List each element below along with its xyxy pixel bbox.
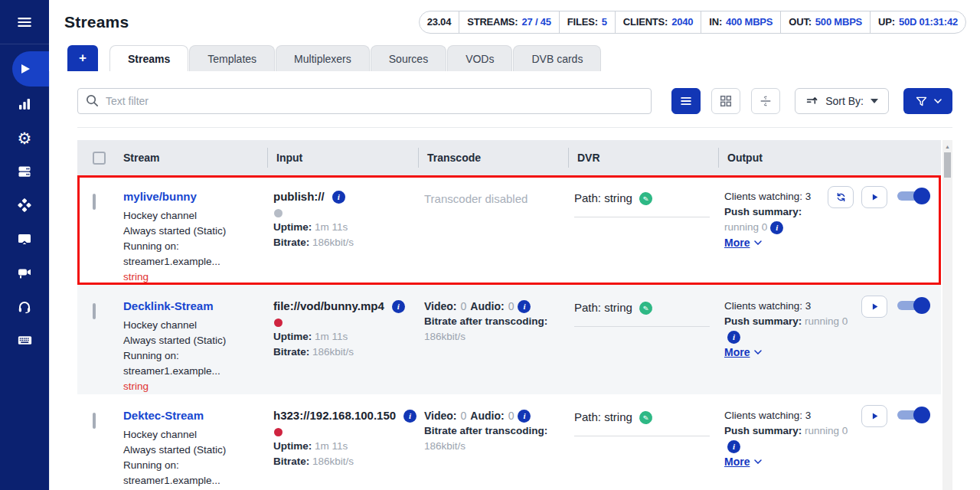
keyboard-icon: [17, 332, 33, 348]
dvr-path: Path: string: [574, 300, 632, 315]
tab-sources[interactable]: Sources: [371, 45, 446, 71]
sort-by-dropdown[interactable]: Sort By:: [795, 88, 889, 114]
transcode-info-icon[interactable]: i: [518, 410, 531, 423]
select-all-checkbox[interactable]: [93, 152, 106, 165]
tab-vods[interactable]: VODs: [447, 45, 512, 71]
stream-name-link[interactable]: Decklink-Stream: [123, 299, 214, 314]
push-summary-value: running 0: [805, 315, 848, 327]
dvr-divider: [574, 326, 710, 327]
list-view-button[interactable]: [671, 88, 701, 114]
sidebar-item-keyboard[interactable]: [0, 323, 49, 357]
row-checkbox[interactable]: [93, 303, 96, 319]
dvr-edit-icon[interactable]: ✎: [639, 191, 653, 205]
add-stream-button[interactable]: +: [67, 45, 98, 71]
stream-name-link[interactable]: mylive/bunny: [123, 189, 197, 204]
table-row: Dektec-Stream Hockey channel Always star…: [77, 394, 941, 490]
push-info-icon[interactable]: i: [727, 331, 740, 344]
scrollbar-thumb[interactable]: [944, 152, 951, 178]
tab-dvb-cards[interactable]: DVB cards: [513, 45, 601, 71]
play-icon: [870, 192, 880, 202]
sidebar-item-settings[interactable]: ⚙: [0, 121, 49, 155]
dvr-divider: [574, 217, 710, 217]
transcode-bitrate-label: Bitrate after transcoding:: [424, 314, 562, 329]
transcode-info-icon[interactable]: i: [518, 300, 531, 313]
input-url: publish://: [273, 189, 325, 204]
stream-cell: Dektec-Stream Hockey channel Always star…: [114, 394, 267, 490]
tab-streams[interactable]: Streams: [109, 45, 188, 71]
tab-templates[interactable]: Templates: [189, 45, 275, 71]
sidebar-item-statistics[interactable]: [0, 87, 49, 121]
stat-streams: STREAMS: 27 / 45: [459, 11, 559, 33]
more-link[interactable]: More: [724, 454, 762, 469]
server-icon: [17, 164, 32, 179]
input-info-icon[interactable]: i: [332, 191, 345, 204]
row-checkbox[interactable]: [93, 413, 96, 429]
sidebar-item-support[interactable]: [0, 289, 49, 323]
table-row: mylive/bunny Hockey channel Always start…: [77, 175, 941, 285]
stat-uptime: UP: 50D 01:31:42: [870, 11, 965, 33]
play-button[interactable]: [861, 405, 887, 427]
restart-button[interactable]: [828, 186, 854, 208]
stream-enabled-toggle[interactable]: [897, 186, 930, 206]
play-button[interactable]: [861, 186, 887, 208]
stream-description: Hockey channel: [123, 318, 261, 333]
sidebar-item-cluster[interactable]: [0, 188, 49, 222]
sidebar-item-streams[interactable]: [0, 51, 49, 87]
compact-view-button[interactable]: [751, 88, 780, 114]
input-url: h323://192.168.100.150: [273, 408, 396, 423]
hamburger-icon: [16, 14, 33, 31]
play-icon: [870, 411, 880, 421]
sidebar-item-cameras[interactable]: [0, 256, 49, 289]
scroll-up-arrow-icon[interactable]: ▲: [942, 140, 952, 149]
uptime-label: Uptime:: [273, 331, 312, 342]
input-info-icon[interactable]: i: [392, 300, 405, 313]
video-value: 0: [461, 299, 467, 314]
audio-label: Audio:: [470, 299, 504, 314]
push-summary-label: Push summary:: [724, 315, 802, 327]
display-icon: [17, 231, 32, 247]
dvr-edit-icon[interactable]: ✎: [639, 410, 653, 424]
streams-table: ▲ Stream Input Transcode DVR Output myli…: [77, 140, 952, 490]
stream-enabled-toggle[interactable]: [897, 296, 930, 315]
dvr-path: Path: string: [574, 410, 632, 425]
play-button[interactable]: [861, 296, 887, 318]
dvr-edit-icon[interactable]: ✎: [639, 300, 653, 315]
stat-files: FILES: 5: [559, 11, 615, 33]
stream-running-on: Running on: streamer1.example...: [123, 239, 261, 270]
sidebar-item-screens[interactable]: [0, 222, 49, 256]
stream-start-mode: Always started (Static): [123, 333, 261, 348]
bar-chart-icon: [17, 96, 32, 112]
push-info-icon[interactable]: i: [727, 440, 740, 453]
page-title: Streams: [64, 13, 129, 31]
tab-multiplexers[interactable]: Multiplexers: [276, 45, 370, 71]
sidebar-item-servers[interactable]: [0, 155, 49, 188]
grid-view-icon: [719, 94, 733, 108]
stream-name-link[interactable]: Dektec-Stream: [123, 408, 204, 423]
more-link[interactable]: More: [724, 235, 762, 250]
stream-tag: string: [123, 379, 261, 394]
more-chevron-icon: [754, 350, 762, 354]
table-scrollbar[interactable]: ▲: [942, 140, 952, 490]
text-filter-input[interactable]: [77, 88, 652, 114]
filter-button[interactable]: [903, 88, 952, 114]
audio-value: 0: [508, 408, 514, 423]
input-info-icon[interactable]: i: [403, 410, 416, 423]
bitrate-value: 186kbit/s: [312, 456, 354, 467]
stream-enabled-toggle[interactable]: [897, 405, 930, 425]
stat-in: IN: 400 MBPS: [701, 11, 780, 33]
content-panel: Sort By: ▲ Stream Input Transcode DVR: [49, 71, 980, 490]
play-icon: [17, 61, 32, 77]
column-header-output: Output: [718, 140, 941, 175]
top-bar: Streams 23.04 STREAMS: 27 / 45 FILES: 5 …: [49, 0, 980, 44]
bitrate-value: 186kbit/s: [312, 346, 354, 358]
more-link[interactable]: More: [724, 345, 762, 360]
search-icon: [85, 93, 100, 108]
input-status-dot: [274, 428, 283, 436]
grid-view-button[interactable]: [711, 88, 740, 114]
push-info-icon[interactable]: i: [770, 221, 783, 234]
menu-toggle-button[interactable]: [0, 0, 49, 44]
stream-description: Hockey channel: [123, 208, 261, 224]
clients-watching: Clients watching: 3: [724, 408, 855, 423]
server-stats-bar: 23.04 STREAMS: 27 / 45 FILES: 5 CLIENTS:…: [419, 11, 966, 34]
row-checkbox[interactable]: [93, 194, 96, 210]
